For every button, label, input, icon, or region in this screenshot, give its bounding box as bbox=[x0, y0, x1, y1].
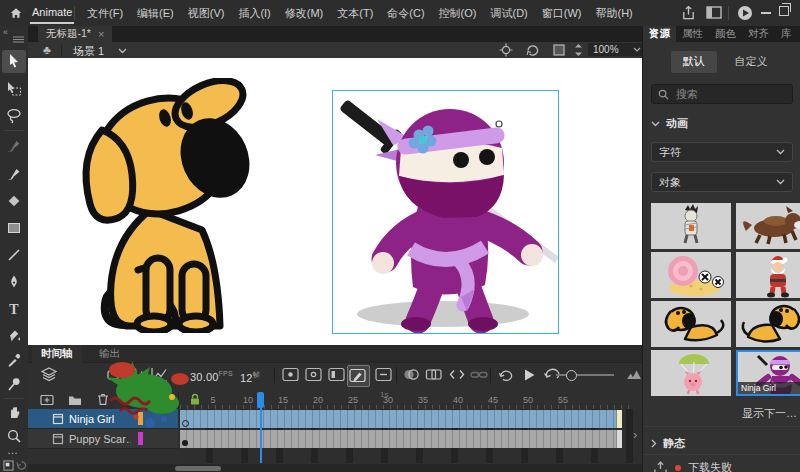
clip-content-icon[interactable] bbox=[552, 43, 566, 57]
asset-thumb-santa[interactable] bbox=[736, 252, 800, 298]
remove-frame-icon[interactable] bbox=[375, 367, 393, 383]
timeline-zoom-fit-icon[interactable] bbox=[625, 367, 642, 381]
layer-color-swatch-ninja[interactable] bbox=[138, 412, 143, 425]
tab-assets[interactable]: 资源 bbox=[643, 26, 676, 44]
zoom-stepper[interactable] bbox=[574, 43, 583, 57]
collapse-panel-icon[interactable]: « bbox=[3, 27, 8, 37]
camera-icon[interactable] bbox=[107, 367, 125, 383]
new-folder-icon[interactable] bbox=[68, 394, 82, 406]
breadcrumb-scene-name[interactable]: 场景 1 bbox=[73, 44, 104, 59]
hand-tool[interactable] bbox=[6, 404, 22, 420]
link-layers-icon[interactable] bbox=[470, 367, 488, 383]
minimize-button[interactable] bbox=[761, 12, 771, 14]
asset-thumb-wolf[interactable] bbox=[736, 203, 800, 249]
onion-skin-outline-icon[interactable] bbox=[425, 367, 443, 383]
ninja-girl-selection-box[interactable] bbox=[332, 90, 559, 334]
tab-output[interactable]: 输出 bbox=[90, 345, 129, 364]
menu-text[interactable]: 文本(T) bbox=[330, 6, 380, 21]
loop-playback-icon[interactable] bbox=[497, 367, 515, 383]
frame-graph-icon[interactable] bbox=[150, 367, 168, 383]
center-stage-icon[interactable] bbox=[499, 43, 513, 57]
edit-toolbar-icon[interactable] bbox=[13, 36, 24, 43]
asset-thumb-pig-parachute[interactable] bbox=[651, 350, 731, 396]
close-tab-icon[interactable]: × bbox=[98, 28, 104, 40]
rotate-view-icon[interactable] bbox=[525, 43, 540, 57]
asset-thumb-puppy-play[interactable] bbox=[736, 301, 800, 347]
mode-default-button[interactable]: 默认 bbox=[671, 51, 717, 73]
snap-to-objects-icon[interactable] bbox=[3, 460, 14, 471]
menu-debug[interactable]: 调试(D) bbox=[484, 6, 535, 21]
rectangle-tool[interactable] bbox=[6, 220, 22, 236]
asset-thumb-mummy[interactable] bbox=[651, 203, 731, 249]
asset-thumb-ninja-girl[interactable]: Ninja Girl bbox=[736, 350, 800, 396]
workspace-switcher-icon[interactable] bbox=[706, 6, 722, 19]
scene-chevron-down-icon[interactable] bbox=[118, 48, 127, 54]
layer-color-swatch-puppy[interactable] bbox=[138, 432, 143, 445]
delete-layer-icon[interactable] bbox=[96, 393, 110, 406]
character-filter-dropdown[interactable]: 字符 bbox=[651, 142, 793, 162]
paint-bucket-tool[interactable] bbox=[6, 328, 22, 344]
insert-blank-keyframe-icon[interactable] bbox=[305, 367, 323, 383]
menu-control[interactable]: 控制(O) bbox=[432, 6, 484, 21]
quick-share-icon[interactable] bbox=[737, 5, 753, 21]
text-tool[interactable]: T bbox=[6, 301, 22, 317]
lasso-tool[interactable] bbox=[6, 108, 22, 124]
timeline-scrollbar-thumb[interactable] bbox=[175, 466, 221, 471]
eyedropper-tool[interactable] bbox=[6, 352, 22, 368]
fps-control[interactable]: 30.00FPS bbox=[190, 370, 233, 383]
timeline-zoom-slider-track[interactable] bbox=[556, 374, 614, 376]
current-frame-control[interactable]: 12帧 bbox=[240, 370, 260, 384]
new-layer-icon[interactable] bbox=[40, 394, 54, 406]
scene-icon[interactable]: ♣ bbox=[43, 43, 51, 57]
tab-properties[interactable]: 属性 bbox=[676, 26, 709, 44]
layer-filter-icon[interactable] bbox=[128, 367, 146, 383]
menu-edit[interactable]: 编辑(E) bbox=[130, 6, 181, 21]
insert-frame-icon[interactable] bbox=[328, 367, 346, 383]
mode-custom-button[interactable]: 自定义 bbox=[729, 51, 774, 73]
classic-brush-tool[interactable] bbox=[6, 166, 22, 182]
tab-color[interactable]: 颜色 bbox=[709, 26, 742, 44]
pen-tool[interactable] bbox=[6, 274, 22, 290]
restore-button[interactable] bbox=[779, 6, 789, 16]
menu-file[interactable]: 文件(F) bbox=[80, 6, 130, 21]
stage-canvas[interactable] bbox=[28, 58, 642, 345]
edit-multiple-frames-icon[interactable] bbox=[448, 367, 466, 383]
selection-tool[interactable] bbox=[6, 53, 22, 69]
eraser-tool[interactable] bbox=[6, 193, 22, 209]
zoom-tool[interactable] bbox=[6, 428, 22, 444]
zoom-level-control[interactable]: 100% bbox=[588, 43, 646, 56]
outline-view-icon[interactable] bbox=[148, 394, 160, 406]
section-static[interactable]: 静态 bbox=[651, 436, 685, 451]
undo-mini-icon[interactable] bbox=[16, 460, 27, 471]
menu-insert[interactable]: 插入(I) bbox=[231, 6, 277, 21]
object-filter-dropdown[interactable]: 对象 bbox=[651, 172, 793, 192]
document-tab[interactable]: 无标题-1* × bbox=[38, 26, 112, 42]
playhead-line[interactable] bbox=[260, 392, 262, 463]
menu-commands[interactable]: 命令(C) bbox=[380, 6, 431, 21]
asset-thumb-snail[interactable] bbox=[651, 252, 731, 298]
tab-library[interactable]: 库 bbox=[775, 26, 798, 44]
tab-timeline[interactable]: 时间轴 bbox=[32, 345, 82, 364]
play-icon[interactable] bbox=[520, 367, 538, 383]
app-menu-animate[interactable]: Animate bbox=[30, 3, 74, 24]
home-icon[interactable] bbox=[9, 6, 23, 20]
layer-view-options-icon[interactable] bbox=[40, 367, 58, 383]
frame-span-puppy[interactable] bbox=[180, 430, 622, 448]
insert-keyframe-icon[interactable] bbox=[282, 367, 300, 383]
auto-keyframe-toggle[interactable] bbox=[347, 365, 370, 387]
more-tools-icon[interactable]: … bbox=[7, 444, 19, 456]
line-tool[interactable] bbox=[6, 247, 22, 263]
asset-warp-tool[interactable] bbox=[6, 376, 22, 392]
tab-align[interactable]: 对齐 bbox=[742, 26, 775, 44]
menu-window[interactable]: 窗口(W) bbox=[535, 6, 589, 21]
menu-view[interactable]: 视图(V) bbox=[181, 6, 232, 21]
show-hide-all-layers-icon[interactable] bbox=[163, 394, 178, 406]
layer-row-ninja-girl[interactable]: Ninja Girl bbox=[28, 409, 178, 429]
share-icon[interactable] bbox=[681, 5, 696, 21]
menu-modify[interactable]: 修改(M) bbox=[278, 6, 331, 21]
frame-span-ninja-girl[interactable] bbox=[180, 410, 622, 428]
timeline-scrollbar-track[interactable] bbox=[28, 464, 642, 472]
asset-search-field[interactable] bbox=[651, 84, 793, 104]
section-animated[interactable]: 动画 bbox=[651, 116, 688, 131]
panel-expand-icon[interactable]: › bbox=[633, 427, 637, 442]
